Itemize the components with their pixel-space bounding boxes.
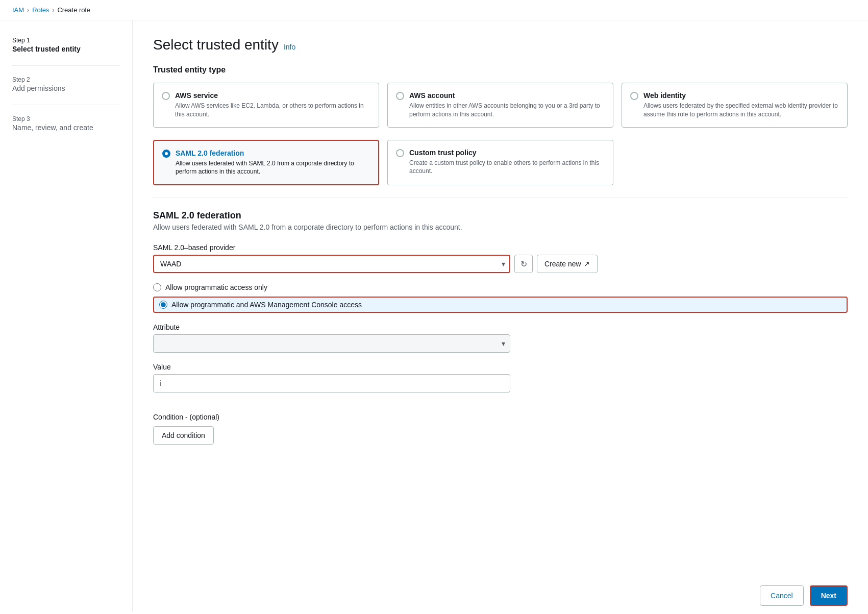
radio-web-identity [630, 92, 638, 100]
card-title-aws-service: AWS service [175, 91, 370, 100]
card-desc-web-identity: Allows users federated by the specified … [643, 102, 839, 119]
card-desc-aws-service: Allow AWS services like EC2, Lambda, or … [175, 102, 370, 119]
entity-card-aws-service[interactable]: AWS service Allow AWS services like EC2,… [153, 83, 379, 128]
refresh-icon: ↻ [520, 259, 527, 269]
sidebar: Step 1 Select trusted entity Step 2 Add … [0, 20, 133, 611]
provider-label: SAML 2.0–based provider [153, 243, 848, 252]
provider-field-group: SAML 2.0–based provider WAAD ▾ ↻ Create … [153, 243, 848, 273]
radio-aws-account [396, 92, 404, 100]
attribute-select-wrapper: ▾ [153, 334, 510, 353]
section-divider [153, 198, 848, 198]
saml-section-title: SAML 2.0 federation [153, 210, 848, 221]
action-bar: Cancel Next [133, 577, 868, 614]
content-area: Select trusted entity Info Trusted entit… [133, 20, 868, 611]
sidebar-step-3: Step 3 Name, review, and create [12, 115, 120, 132]
card-content-saml: SAML 2.0 federation Allow users federate… [176, 149, 370, 177]
breadcrumb-current: Create role [57, 6, 90, 14]
entity-card-saml[interactable]: SAML 2.0 federation Allow users federate… [153, 140, 379, 186]
breadcrumb: IAM › Roles › Create role [0, 0, 868, 20]
radio-aws-service [162, 92, 170, 100]
provider-select[interactable]: WAAD [153, 255, 510, 273]
radio-programmatic-console-input[interactable] [159, 301, 167, 309]
sidebar-step-2: Step 2 Add permissions [12, 76, 120, 92]
radio-programmatic-console-label: Allow programmatic and AWS Management Co… [171, 301, 362, 309]
external-link-icon: ↗ [584, 260, 590, 268]
condition-field-group: Condition - (optional) Add condition [153, 413, 848, 445]
value-field-group: Value [153, 363, 848, 403]
radio-option-programmatic-console[interactable]: Allow programmatic and AWS Management Co… [153, 297, 848, 313]
radio-saml [162, 150, 170, 158]
entity-type-heading: Trusted entity type [153, 65, 848, 75]
page-title-row: Select trusted entity Info [153, 37, 848, 53]
create-new-label: Create new [544, 260, 581, 268]
sidebar-divider-2 [12, 105, 120, 105]
attribute-select[interactable] [153, 334, 510, 353]
attribute-field-group: Attribute ▾ [153, 323, 848, 353]
entity-card-custom-trust[interactable]: Custom trust policy Create a custom trus… [387, 140, 613, 186]
sidebar-divider-1 [12, 65, 120, 66]
value-label: Value [153, 363, 848, 371]
step-1-title: Select trusted entity [12, 45, 120, 53]
step-1-number: Step 1 [12, 37, 120, 44]
breadcrumb-iam[interactable]: IAM [12, 6, 24, 14]
step-2-title: Add permissions [12, 84, 120, 92]
card-desc-aws-account: Allow entities in other AWS accounts bel… [409, 102, 605, 119]
step-3-title: Name, review, and create [12, 124, 120, 132]
card-title-custom-trust: Custom trust policy [409, 149, 605, 157]
access-options-group: Allow programmatic access only Allow pro… [153, 283, 848, 313]
page-title: Select trusted entity [153, 37, 279, 53]
bottom-spacer [153, 455, 848, 496]
radio-custom-trust [396, 149, 404, 157]
entity-card-web-identity[interactable]: Web identity Allows users federated by t… [622, 83, 848, 128]
card-title-aws-account: AWS account [409, 91, 605, 100]
radio-programmatic-only-input[interactable] [153, 283, 161, 291]
radio-programmatic-only-label: Allow programmatic access only [165, 283, 267, 291]
card-content-custom-trust: Custom trust policy Create a custom trus… [409, 149, 605, 176]
info-link[interactable]: Info [284, 43, 295, 51]
cancel-button[interactable]: Cancel [760, 585, 804, 606]
provider-field-row: WAAD ▾ ↻ Create new ↗ [153, 255, 848, 273]
sidebar-step-1: Step 1 Select trusted entity [12, 37, 120, 53]
refresh-button[interactable]: ↻ [514, 255, 533, 273]
entity-cards-row2: SAML 2.0 federation Allow users federate… [153, 140, 848, 186]
next-button[interactable]: Next [810, 585, 848, 606]
card-title-web-identity: Web identity [643, 91, 839, 100]
card-desc-saml: Allow users federated with SAML 2.0 from… [176, 159, 370, 177]
breadcrumb-roles[interactable]: Roles [32, 6, 49, 14]
saml-section-desc: Allow users federated with SAML 2.0 from… [153, 223, 848, 231]
add-condition-button[interactable]: Add condition [153, 426, 214, 445]
entity-cards-row1: AWS service Allow AWS services like EC2,… [153, 83, 848, 128]
card-content-aws-account: AWS account Allow entities in other AWS … [409, 91, 605, 119]
breadcrumb-sep-1: › [27, 7, 29, 14]
entity-card-aws-account[interactable]: AWS account Allow entities in other AWS … [387, 83, 613, 128]
create-new-button[interactable]: Create new ↗ [537, 255, 598, 273]
step-3-number: Step 3 [12, 115, 120, 122]
step-2-number: Step 2 [12, 76, 120, 83]
breadcrumb-sep-2: › [52, 7, 54, 14]
card-title-saml: SAML 2.0 federation [176, 149, 370, 157]
attribute-label: Attribute [153, 323, 848, 331]
radio-saml-inner [165, 152, 168, 155]
card-content-web-identity: Web identity Allows users federated by t… [643, 91, 839, 119]
add-condition-label: Add condition [162, 431, 205, 439]
value-input[interactable] [153, 374, 510, 392]
condition-label: Condition - (optional) [153, 413, 848, 421]
radio-option-programmatic-only[interactable]: Allow programmatic access only [153, 283, 848, 291]
card-content-aws-service: AWS service Allow AWS services like EC2,… [175, 91, 370, 119]
main-layout: Step 1 Select trusted entity Step 2 Add … [0, 20, 868, 611]
provider-select-wrapper: WAAD ▾ [153, 255, 510, 273]
card-desc-custom-trust: Create a custom trust policy to enable o… [409, 159, 605, 176]
